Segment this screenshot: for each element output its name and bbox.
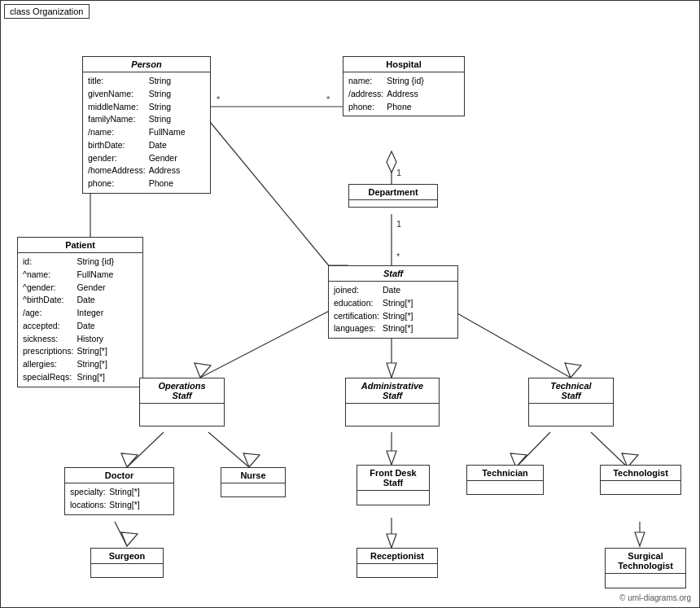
svg-marker-15 — [195, 363, 211, 378]
class-hospital-attrs: name:String {id} /address:Address phone:… — [343, 72, 464, 116]
class-department-title: Department — [349, 185, 437, 200]
class-doctor-title: Doctor — [65, 468, 173, 483]
svg-text:*: * — [326, 94, 330, 104]
svg-line-20 — [127, 432, 164, 467]
class-hospital: Hospital name:String {id} /address:Addre… — [343, 56, 465, 116]
svg-marker-25 — [387, 451, 396, 465]
svg-text:1: 1 — [396, 168, 401, 177]
class-technical-staff-title: TechnicalStaff — [529, 378, 613, 404]
class-technical-staff: TechnicalStaff — [528, 378, 614, 426]
svg-marker-35 — [635, 532, 645, 546]
svg-marker-23 — [243, 453, 260, 467]
class-nurse: Nurse — [221, 467, 286, 497]
class-technician-attrs — [467, 481, 543, 494]
class-receptionist: Receptionist — [357, 548, 438, 578]
svg-text:*: * — [396, 252, 400, 261]
class-patient: Patient id:String {id} ^name:FullName ^g… — [17, 237, 143, 387]
class-surgical-technologist: SurgicalTechnologist — [605, 548, 686, 588]
copyright: © uml-diagrams.org — [619, 593, 691, 602]
class-nurse-title: Nurse — [221, 468, 285, 483]
svg-line-26 — [516, 432, 550, 467]
class-surgeon-title: Surgeon — [91, 549, 163, 564]
class-front-desk-staff-attrs — [357, 491, 429, 497]
svg-marker-4 — [387, 151, 396, 173]
svg-line-30 — [115, 522, 127, 546]
class-staff-title: Staff — [329, 266, 457, 282]
class-technologist-title: Technologist — [601, 466, 680, 481]
class-nurse-attrs — [221, 483, 285, 496]
class-administrative-staff-title: AdministrativeStaff — [346, 378, 439, 404]
class-administrative-staff: AdministrativeStaff — [345, 378, 440, 426]
class-operations-staff-title: OperationsStaff — [140, 378, 224, 404]
class-patient-title: Patient — [18, 238, 142, 253]
class-operations-staff-attrs — [140, 404, 224, 409]
svg-text:1: 1 — [396, 219, 401, 229]
class-technical-staff-attrs — [529, 404, 613, 409]
class-person: Person title:String givenName:String mid… — [82, 56, 211, 194]
svg-marker-17 — [387, 363, 396, 378]
svg-line-12 — [211, 123, 339, 278]
class-receptionist-attrs — [357, 564, 437, 577]
class-technologist-attrs — [601, 481, 680, 494]
svg-marker-21 — [121, 453, 138, 467]
svg-line-22 — [208, 432, 249, 467]
class-staff-attrs: joined:Date education:String[*] certific… — [329, 282, 457, 338]
class-surgeon-attrs — [91, 564, 163, 577]
diagram-container: class Organization * * 1 * 1 * — [0, 0, 700, 608]
class-operations-staff: OperationsStaff — [139, 378, 225, 426]
class-surgeon: Surgeon — [90, 548, 164, 578]
class-doctor: Doctor specialty:String[*] locations:Str… — [64, 467, 174, 515]
diagram-title: class Organization — [4, 4, 90, 19]
svg-marker-33 — [387, 534, 396, 548]
class-staff: Staff joined:Date education:String[*] ce… — [328, 265, 458, 339]
svg-line-14 — [200, 306, 339, 378]
class-technician-title: Technician — [467, 466, 543, 481]
svg-marker-31 — [121, 532, 138, 546]
class-technologist: Technologist — [600, 465, 681, 495]
class-surgical-technologist-title: SurgicalTechnologist — [606, 549, 685, 574]
class-person-title: Person — [83, 57, 210, 72]
class-receptionist-title: Receptionist — [357, 549, 437, 564]
svg-marker-19 — [565, 363, 581, 378]
class-department: Department — [348, 184, 438, 208]
class-hospital-title: Hospital — [343, 57, 464, 72]
class-front-desk-staff-title: Front DeskStaff — [357, 466, 429, 491]
svg-line-28 — [591, 432, 628, 467]
class-doctor-attrs: specialty:String[*] locations:String[*] — [65, 483, 173, 514]
class-surgical-technologist-attrs — [606, 574, 685, 580]
class-front-desk-staff: Front DeskStaff — [357, 465, 430, 505]
class-person-attrs: title:String givenName:String middleName… — [83, 72, 210, 193]
svg-line-18 — [444, 306, 571, 378]
class-administrative-staff-attrs — [346, 404, 439, 409]
class-patient-attrs: id:String {id} ^name:FullName ^gender:Ge… — [18, 253, 142, 387]
svg-text:*: * — [217, 94, 221, 104]
class-technician: Technician — [466, 465, 544, 495]
class-department-attrs — [349, 200, 437, 207]
